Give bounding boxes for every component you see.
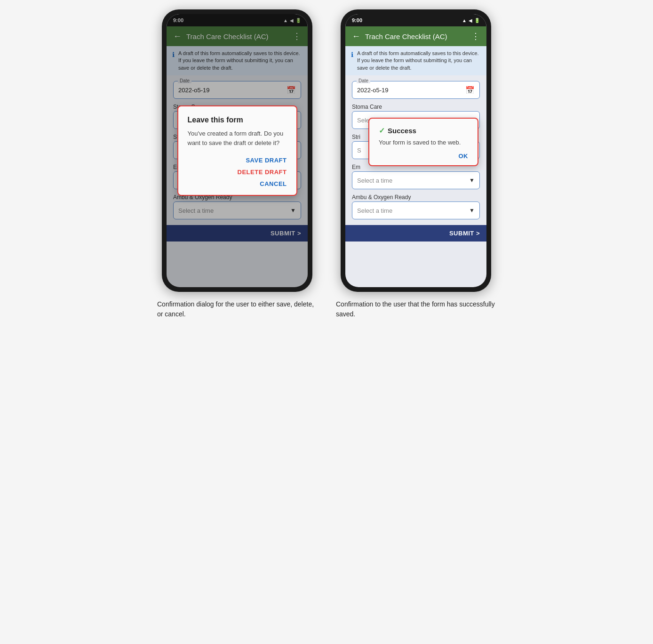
right-back-icon[interactable]: ←: [352, 32, 360, 41]
left-overlay: Leave this form You've created a form dr…: [167, 14, 308, 287]
right-app-header: ← Trach Care Checklist (AC) ⋮: [345, 26, 486, 46]
right-ambu-section: Ambu & Oxygen Ready Select a time ▼: [352, 194, 480, 219]
right-date-label: Date: [357, 78, 370, 83]
right-ambu-select-text: Select a time: [357, 207, 392, 214]
screenshots-row: 9:00 ▲ ◀ 🔋 ← Trach Care Checklist (AC) ⋮…: [157, 9, 496, 319]
left-cancel-button[interactable]: CANCEL: [260, 178, 287, 189]
right-screenshot-col: 9:00 ▲ ◀ 🔋 ← Trach Care Checklist (AC) ⋮…: [336, 9, 496, 319]
right-menu-icon[interactable]: ⋮: [471, 31, 480, 41]
right-date-value: 2022-o5-19: [357, 87, 389, 94]
left-dialog-actions: SAVE DRAFT DELETE DRAFT CANCEL: [188, 155, 287, 189]
right-submit-button[interactable]: SUBMIT >: [449, 230, 480, 237]
right-header-title: Trach Care Checklist (AC): [365, 32, 467, 40]
left-delete-draft-button[interactable]: DELETE DRAFT: [238, 167, 287, 177]
right-date-input[interactable]: 2022-o5-19 📅: [352, 81, 480, 99]
left-phone-inner: 9:00 ▲ ◀ 🔋 ← Trach Care Checklist (AC) ⋮…: [167, 14, 308, 287]
right-phone-inner: 9:00 ▲ ◀ 🔋 ← Trach Care Checklist (AC) ⋮…: [345, 14, 486, 287]
right-emf-section: Em Select a time ▼: [352, 164, 480, 189]
right-date-field: Date 2022-o5-19 📅: [352, 81, 480, 99]
right-info-text: A draft of this form automatically saves…: [357, 50, 481, 72]
right-success-title: ✓ Success: [379, 126, 468, 135]
right-ambu-arrow: ▼: [469, 207, 475, 214]
right-status-icons: ▲ ◀ 🔋: [462, 18, 480, 23]
right-phone: 9:00 ▲ ◀ 🔋 ← Trach Care Checklist (AC) ⋮…: [341, 9, 491, 292]
right-info-icon: ℹ: [351, 50, 353, 60]
left-dialog: Leave this form You've created a form dr…: [177, 105, 297, 196]
right-stri-select-text: S: [357, 147, 361, 154]
right-check-icon: ✓: [379, 126, 385, 135]
right-ambu-label: Ambu & Oxygen Ready: [352, 194, 480, 201]
right-success-dialog: ✓ Success Your form is saved to the web.…: [368, 118, 478, 166]
right-calendar-icon: 📅: [465, 86, 475, 95]
right-success-title-text: Success: [388, 127, 416, 135]
left-screenshot-col: 9:00 ▲ ◀ 🔋 ← Trach Care Checklist (AC) ⋮…: [157, 9, 317, 319]
right-success-message: Your form is saved to the web.: [379, 139, 468, 146]
right-emf-arrow: ▼: [469, 177, 475, 184]
right-caption: Confirmation to the user that the form h…: [336, 299, 496, 319]
right-ok-button[interactable]: OK: [459, 153, 469, 160]
right-ambu-dropdown[interactable]: Select a time ▼: [352, 201, 480, 219]
right-emf-dropdown[interactable]: Select a time ▼: [352, 171, 480, 189]
left-dialog-message: You've created a form draft. Do you want…: [188, 129, 287, 147]
right-submit-bar: SUBMIT >: [345, 225, 486, 242]
left-save-draft-button[interactable]: SAVE DRAFT: [246, 155, 287, 166]
left-dialog-title: Leave this form: [188, 116, 287, 124]
right-success-actions: OK: [379, 153, 468, 160]
left-caption: Confirmation dialog for the user to eith…: [157, 299, 317, 319]
left-phone: 9:00 ▲ ◀ 🔋 ← Trach Care Checklist (AC) ⋮…: [162, 9, 312, 292]
right-info-banner: ℹ A draft of this form automatically sav…: [345, 46, 486, 75]
right-emf-select-text: Select a time: [357, 177, 392, 184]
right-status-time: 9:00: [352, 17, 362, 23]
right-stoma-label: Stoma Care: [352, 104, 480, 110]
right-status-bar: 9:00 ▲ ◀ 🔋: [345, 14, 486, 26]
